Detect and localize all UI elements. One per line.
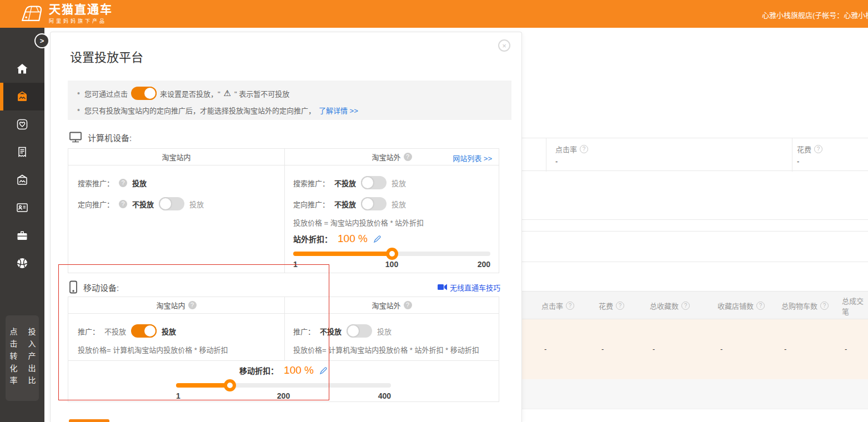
help-icon[interactable]: ?: [681, 302, 690, 310]
background-dashboard: 点击率 ? - 花费 ? - 点击率? 花费? 总收藏数? 收藏店铺数? 总购物…: [522, 28, 868, 422]
help-icon[interactable]: ?: [756, 302, 765, 310]
promo-off-label: 不投放: [320, 326, 342, 336]
help-icon[interactable]: ?: [566, 302, 574, 310]
bullet-icon: •: [77, 105, 80, 114]
promo-label: 推广：: [78, 326, 99, 336]
help-icon[interactable]: ?: [119, 179, 127, 187]
search-promo-status: 投放: [132, 178, 147, 188]
help-icon[interactable]: ?: [188, 301, 197, 309]
search-promo-label: 搜索推广：: [78, 178, 114, 188]
phone-icon: [69, 280, 78, 294]
target-promo-off-label: 不投放: [334, 199, 356, 209]
briefcase-icon: [16, 229, 29, 242]
computer-section-header: 计算机设备:: [69, 131, 500, 143]
example-toggle-on[interactable]: [131, 87, 157, 100]
slider-handle[interactable]: [386, 248, 398, 260]
floating-metrics-panel[interactable]: 点击转化率 投入产出比: [6, 315, 39, 401]
mobile-discount-value: 100 %: [284, 364, 314, 376]
offsite-discount-slider: 1 100 200: [293, 252, 490, 269]
sidebar-item-overview[interactable]: [0, 249, 44, 277]
computer-offsite-search-toggle[interactable]: [361, 176, 387, 189]
promo-on-label: 投放: [162, 326, 176, 336]
column-header-deals: 总成交笔: [842, 292, 868, 320]
account-info[interactable]: 心雅小栈旗舰店(子帐号：心雅小栈旗: [762, 9, 868, 19]
sidebar-expand-button[interactable]: >: [34, 33, 49, 48]
mobile-discount-slider: 1 200 400: [176, 383, 391, 400]
search-promo-label: 搜索推广：: [293, 178, 329, 188]
metric-click-conversion-label: 点击转化率: [8, 328, 19, 389]
website-list-link[interactable]: 网站列表 >>: [453, 153, 492, 163]
save-button[interactable]: [69, 419, 109, 422]
kpi-band: 点击率 ? - 花费 ? -: [522, 138, 868, 171]
wireless-tips-link[interactable]: 无线直通车技巧: [438, 282, 500, 293]
column-header-clickrate: 点击率?: [541, 292, 574, 320]
top-bar: 天猫直通车 阿里妈妈旗下产品 心雅小栈旗舰店(子帐号：心雅小栈旗: [0, 0, 868, 28]
slider-handle[interactable]: [224, 379, 236, 391]
notice-text: 您只有投放淘宝站内的定向推广后，才能选择投放淘宝站外的定向推广，: [84, 105, 315, 115]
offsite-discount-value: 100 %: [338, 233, 368, 245]
edit-pencil-icon[interactable]: [319, 366, 328, 375]
edit-pencil-icon[interactable]: [373, 235, 382, 243]
column-header-cost: 花费?: [599, 292, 624, 320]
table-header-row: 点击率? 花费? 总收藏数? 收藏店铺数? 总购物车数? 总成交笔: [522, 291, 868, 319]
sidebar-item-campaign-active[interactable]: [0, 83, 44, 110]
target-promo-on-label: 投放: [189, 199, 204, 209]
target-promo-label: 定向推广：: [78, 199, 114, 209]
computer-offsite-cell: 搜索推广： 不投放 投放 定向推广： 不投放 投放 投放价格 = 淘宝站内投放价…: [285, 165, 499, 273]
target-promo-on-label: 投放: [392, 199, 406, 209]
help-icon[interactable]: ?: [404, 153, 412, 161]
promo-on-label: 投放: [377, 326, 392, 336]
mobile-offsite-formula: 投放价格= 计算机淘宝站内投放价格 * 站外折扣 * 移动折扣: [293, 344, 490, 355]
computer-section-title: 计算机设备:: [88, 132, 132, 143]
table-row[interactable]: - - - - - -: [522, 319, 868, 379]
help-icon[interactable]: ?: [814, 145, 822, 153]
sidebar-item-reports[interactable]: [0, 138, 44, 166]
computer-offsite-target-toggle[interactable]: [361, 197, 387, 210]
help-icon[interactable]: ?: [820, 302, 829, 310]
promo-label: 推广：: [293, 326, 315, 336]
sidebar-item-home[interactable]: [0, 55, 44, 83]
mobile-offsite-header: 淘宝站外 ?: [285, 297, 499, 313]
kpi-cost-value: -: [797, 157, 799, 165]
slider-max-label: 200: [425, 260, 490, 269]
photo-icon: [16, 173, 29, 187]
id-card-icon: [16, 201, 29, 214]
offsite-discount-label: 站外折扣：: [293, 233, 332, 244]
help-icon[interactable]: ?: [616, 302, 624, 310]
heart-icon: [16, 118, 29, 131]
mobile-insite-promo-toggle[interactable]: [131, 324, 157, 338]
monitor-icon: [69, 131, 82, 143]
sidebar-item-favorites[interactable]: [0, 110, 44, 138]
mobile-offsite-promo-toggle[interactable]: [347, 324, 372, 338]
brand-subtitle: 阿里妈妈旗下产品: [49, 17, 113, 24]
mobile-section-title: 移动设备:: [83, 282, 119, 293]
column-header-shop-favorites: 收藏店铺数?: [718, 292, 765, 320]
brand-title: 天猫直通车: [49, 3, 113, 16]
sidebar-item-creatives[interactable]: [0, 166, 44, 194]
slider-mid-label: 100: [359, 260, 424, 269]
gallery-icon: [16, 90, 29, 103]
mobile-insite-cell: 推广： 不投放 投放 投放价格= 计算机淘宝站内投放价格 * 移动折扣: [68, 314, 285, 360]
mobile-discount-footer: 移动折扣： 100 % 1 200 400: [68, 360, 499, 401]
offsite-price-formula: 投放价格 = 淘宝站内投放价格 * 站外折扣: [293, 217, 490, 228]
sidebar-item-tools[interactable]: [0, 222, 44, 249]
brand-logo[interactable]: 天猫直通车 阿里妈妈旗下产品: [20, 3, 113, 24]
sphere-icon: [16, 257, 29, 270]
sidebar-item-accounts[interactable]: [0, 194, 44, 222]
home-icon: [16, 62, 29, 76]
help-icon[interactable]: ?: [119, 200, 127, 208]
close-button[interactable]: ×: [498, 39, 510, 52]
mobile-offsite-cell: 推广： 不投放 投放 投放价格= 计算机淘宝站内投放价格 * 站外折扣 * 移动…: [285, 314, 499, 360]
computer-insite-target-toggle[interactable]: [159, 197, 184, 210]
column-header-favorites: 总收藏数?: [650, 292, 690, 320]
help-icon[interactable]: ?: [404, 301, 412, 309]
learn-more-link[interactable]: 了解详情 >>: [319, 105, 358, 115]
slider-min-label: 1: [293, 260, 359, 269]
slider-min-label: 1: [176, 391, 248, 400]
computer-insite-cell: 搜索推广： ? 投放 定向推广： ? 不投放 投放: [68, 165, 285, 273]
platform-settings-modal: 设置投放平台 × • 您可通过点击 来设置是否投放，" ⚠ " 表示暂不可投放 …: [50, 32, 522, 422]
help-icon[interactable]: ?: [580, 145, 588, 153]
notice-text: 来设置是否投放，": [160, 88, 220, 99]
receipt-icon: [16, 145, 29, 159]
slider-mid-label: 200: [248, 391, 319, 400]
